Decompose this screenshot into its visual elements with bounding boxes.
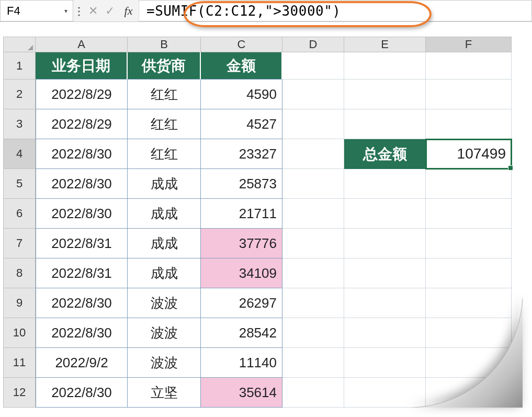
cell-C9[interactable]: 26297 [201, 288, 282, 318]
row-header-3[interactable]: 3 [3, 109, 36, 139]
cell-F7[interactable] [426, 229, 512, 258]
col-header-E[interactable]: E [344, 37, 426, 52]
cell-A3[interactable]: 2022/8/29 [36, 109, 128, 139]
row-header-7[interactable]: 7 [3, 229, 36, 258]
row-header-2[interactable]: 2 [3, 80, 36, 109]
cell-F8[interactable] [426, 258, 512, 288]
cell-B11[interactable]: 波波 [128, 348, 201, 378]
cell-B2-text: 红红 [151, 85, 178, 104]
cell-A12[interactable]: 2022/8/30 [36, 378, 128, 408]
formula-input[interactable]: =SUMIF(C2:C12,">30000") [139, 0, 532, 21]
cell-D4[interactable] [282, 139, 344, 169]
chevron-down-icon[interactable]: ▾ [64, 7, 67, 15]
cell-B12[interactable]: 立坚 [128, 378, 201, 408]
cell-B8-text: 成成 [151, 264, 178, 283]
cell-E2[interactable] [344, 80, 426, 109]
cell-C5[interactable]: 25873 [201, 169, 282, 199]
cell-B10[interactable]: 波波 [128, 318, 201, 348]
cell-C6[interactable]: 21711 [201, 199, 282, 229]
cell-A7[interactable]: 2022/8/31 [36, 229, 128, 258]
cell-C10-text: 28542 [239, 325, 277, 341]
cell-F6[interactable] [426, 199, 512, 229]
cell-D12[interactable] [282, 378, 344, 408]
cell-A2[interactable]: 2022/8/29 [36, 80, 128, 109]
cell-B3[interactable]: 红红 [128, 109, 201, 139]
cell-E7[interactable] [344, 229, 426, 258]
cell-A6[interactable]: 2022/8/30 [36, 199, 128, 229]
cell-D7[interactable] [282, 229, 344, 258]
name-box[interactable]: F4 ▾ [0, 0, 73, 21]
cell-D1[interactable] [282, 52, 344, 80]
table-header-supplier[interactable]: 供货商 [128, 52, 201, 80]
cell-B4[interactable]: 红红 [128, 139, 201, 169]
col-header-B[interactable]: B [128, 37, 201, 52]
cell-E5[interactable] [344, 169, 426, 199]
cell-B6[interactable]: 成成 [128, 199, 201, 229]
row-header-12[interactable]: 12 [3, 378, 36, 408]
cell-E1[interactable] [344, 52, 426, 80]
row-header-9[interactable]: 9 [3, 288, 36, 318]
cell-F2[interactable] [426, 80, 512, 109]
row-header-10[interactable]: 10 [3, 318, 36, 348]
cell-C12[interactable]: 35614 [201, 378, 282, 408]
summary-value-cell[interactable]: 107499 [426, 139, 512, 169]
cell-B10-text: 波波 [151, 324, 178, 342]
cell-C8[interactable]: 34109 [201, 258, 282, 288]
cell-C11-text: 11140 [239, 355, 277, 371]
fx-icon[interactable]: fx [118, 0, 139, 21]
cell-E6[interactable] [344, 199, 426, 229]
cell-B5[interactable]: 成成 [128, 169, 201, 199]
cell-E8[interactable] [344, 258, 426, 288]
cell-A4[interactable]: 2022/8/30 [36, 139, 128, 169]
cell-B4-text: 红红 [151, 145, 178, 163]
cell-A9[interactable]: 2022/8/30 [36, 288, 128, 318]
cell-D10[interactable] [282, 318, 344, 348]
cell-C4[interactable]: 23327 [201, 139, 282, 169]
cell-B9[interactable]: 波波 [128, 288, 201, 318]
col-header-A[interactable]: A [36, 37, 128, 52]
cell-B2[interactable]: 红红 [128, 80, 201, 109]
cell-C3[interactable]: 4527 [201, 109, 282, 139]
cell-A2-text: 2022/8/29 [51, 86, 112, 103]
row-header-4[interactable]: 4 [3, 139, 36, 169]
cell-F1[interactable] [426, 52, 512, 80]
table-header-amount[interactable]: 金额 [201, 52, 282, 80]
cell-C7[interactable]: 37776 [201, 229, 282, 258]
col-header-D[interactable]: D [282, 37, 344, 52]
cell-A11[interactable]: 2022/9/2 [36, 348, 128, 378]
cell-F3[interactable] [426, 109, 512, 139]
cell-C11[interactable]: 11140 [201, 348, 282, 378]
row-header-11[interactable]: 11 [3, 348, 36, 378]
cell-D6[interactable] [282, 199, 344, 229]
cell-E3[interactable] [344, 109, 426, 139]
table-row: 62022/8/30成成21711 [3, 199, 529, 229]
cell-A10[interactable]: 2022/8/30 [36, 318, 128, 348]
table-row: 22022/8/29红红4590 [3, 80, 529, 109]
row-header-5[interactable]: 5 [3, 169, 36, 199]
cell-B7[interactable]: 成成 [128, 229, 201, 258]
cell-A5[interactable]: 2022/8/30 [36, 169, 128, 199]
col-header-F[interactable]: F [426, 37, 512, 52]
row-header-8[interactable]: 8 [3, 258, 36, 288]
cell-A8[interactable]: 2022/8/31 [36, 258, 128, 288]
cell-D8[interactable] [282, 258, 344, 288]
cell-F5[interactable] [426, 169, 512, 199]
row-header-6[interactable]: 6 [3, 199, 36, 229]
row-header-1[interactable]: 1 [3, 52, 36, 80]
spreadsheet-grid: A B C D E F 1 业务日期 供货商 金额 22022/8/29红红45… [3, 37, 529, 414]
cancel-icon[interactable]: ✕ [85, 0, 101, 21]
table-header-date[interactable]: 业务日期 [36, 52, 128, 80]
summary-label-cell[interactable]: 总金额 [344, 139, 426, 169]
cell-D3[interactable] [282, 109, 344, 139]
cell-D9[interactable] [282, 288, 344, 318]
table-row: 32022/8/29红红4527 [3, 109, 529, 139]
cell-D5[interactable] [282, 169, 344, 199]
cell-D2[interactable] [282, 80, 344, 109]
cell-C10[interactable]: 28542 [201, 318, 282, 348]
enter-icon[interactable]: ✓ [101, 0, 118, 21]
cell-D11[interactable] [282, 348, 344, 378]
select-all-corner[interactable] [3, 37, 36, 52]
cell-C2[interactable]: 4590 [201, 80, 282, 109]
col-header-C[interactable]: C [201, 37, 282, 52]
cell-B8[interactable]: 成成 [128, 258, 201, 288]
